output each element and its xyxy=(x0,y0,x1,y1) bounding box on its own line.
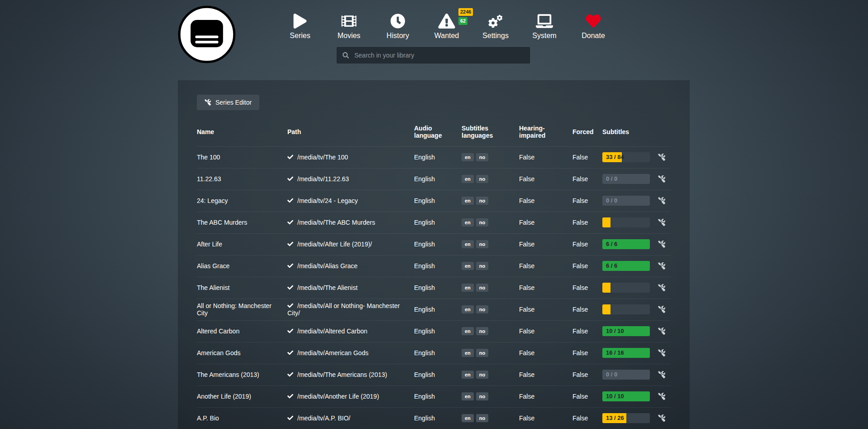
language-badge: no xyxy=(476,262,488,270)
forced-value: False xyxy=(572,168,602,190)
edit-series-button[interactable] xyxy=(657,174,666,183)
table-row: A.P. Bio/media/tv/A.P. BIO/EnglishennoFa… xyxy=(197,407,671,429)
edit-series-button[interactable] xyxy=(657,283,666,292)
subtitles-progress xyxy=(602,217,650,227)
language-badge: en xyxy=(462,349,474,357)
column-header-name: Name xyxy=(197,120,287,146)
edit-series-button[interactable] xyxy=(657,240,666,249)
audio-language: English xyxy=(414,299,462,320)
check-icon xyxy=(287,371,293,377)
edit-series-button[interactable] xyxy=(657,305,666,314)
wanted-series-count-badge: 2246 xyxy=(458,8,473,16)
table-header-row: Name Path Audio language Subtitles langu… xyxy=(197,120,671,146)
search-icon xyxy=(343,52,349,58)
column-header-audio: Audio language xyxy=(414,120,462,146)
wrench-icon xyxy=(658,219,665,226)
series-path: /media/tv/Altered Carbon xyxy=(287,320,414,342)
edit-series-button[interactable] xyxy=(657,327,666,336)
series-path: /media/tv/American Gods xyxy=(287,342,414,364)
check-icon xyxy=(287,263,293,269)
nav-label: Donate xyxy=(582,32,605,40)
warning-triangle-icon xyxy=(438,14,455,29)
series-path: /media/tv/After Life (2019)/ xyxy=(287,233,414,255)
forced-value: False xyxy=(572,364,602,386)
audio-language: English xyxy=(414,320,462,342)
hearing-impaired-value: False xyxy=(519,342,572,364)
wanted-movies-count-badge: 62 xyxy=(458,17,467,25)
check-icon xyxy=(287,350,293,356)
library-search-bar xyxy=(337,47,530,63)
laptop-icon xyxy=(536,14,553,29)
series-editor-panel: Series Editor Name Path Audio language S… xyxy=(178,80,690,429)
search-input[interactable] xyxy=(353,51,524,59)
nav-item-settings[interactable]: Settings xyxy=(471,14,520,40)
series-path: /media/tv/The Alienist xyxy=(287,277,414,299)
subtitles-languages: enno xyxy=(462,190,519,212)
language-badge: no xyxy=(476,284,488,292)
language-badge: en xyxy=(462,327,474,335)
table-row: After Life/media/tv/After Life (2019)/En… xyxy=(197,233,671,255)
series-path: /media/tv/Alias Grace xyxy=(287,255,414,277)
series-editor-button[interactable]: Series Editor xyxy=(197,95,259,110)
language-badge: en xyxy=(462,414,474,422)
nav-item-wanted[interactable]: 2246 62 Wanted xyxy=(422,14,471,40)
subtitles-progress: 6 / 6 xyxy=(602,261,650,271)
edit-series-button[interactable] xyxy=(657,392,666,401)
check-icon xyxy=(287,241,293,247)
bazarr-logo-icon xyxy=(178,5,236,63)
subtitles-progress-label: 33 / 84 xyxy=(606,152,624,162)
table-row: 24: Legacy/media/tv/24 - LegacyEnglishen… xyxy=(197,190,671,212)
wrench-icon xyxy=(658,284,665,291)
hearing-impaired-value: False xyxy=(519,233,572,255)
series-editor-label: Series Editor xyxy=(215,99,252,106)
wrench-icon xyxy=(658,349,665,357)
series-table-body: The 100/media/tv/The 100EnglishennoFalse… xyxy=(197,146,671,429)
language-badge: en xyxy=(462,153,474,161)
subtitles-languages: enno xyxy=(462,299,519,320)
nav-item-series[interactable]: Series xyxy=(276,14,324,40)
forced-value: False xyxy=(572,299,602,320)
table-row: Alias Grace/media/tv/Alias GraceEnglishe… xyxy=(197,255,671,277)
edit-series-button[interactable] xyxy=(657,370,666,379)
hearing-impaired-value: False xyxy=(519,386,572,407)
subtitles-languages: enno xyxy=(462,407,519,429)
edit-series-button[interactable] xyxy=(657,348,666,357)
column-header-hi: Hearing-impaired xyxy=(519,120,572,146)
audio-language: English xyxy=(414,407,462,429)
edit-series-button[interactable] xyxy=(657,196,666,205)
subtitles-progress-label: 6 / 6 xyxy=(606,239,617,249)
wrench-icon xyxy=(658,415,665,422)
nav-item-donate[interactable]: Donate xyxy=(569,14,618,40)
hearing-impaired-value: False xyxy=(519,190,572,212)
language-badge: no xyxy=(476,392,488,400)
wrench-icon xyxy=(658,393,665,400)
hearing-impaired-value: False xyxy=(519,146,572,168)
edit-series-button[interactable] xyxy=(657,153,666,162)
forced-value: False xyxy=(572,386,602,407)
wanted-badges: 2246 62 xyxy=(458,8,473,25)
edit-series-button[interactable] xyxy=(657,218,666,227)
audio-language: English xyxy=(414,212,462,233)
language-badge: en xyxy=(462,175,474,183)
series-path: /media/tv/All or Nothing- Manchester Cit… xyxy=(287,299,414,320)
series-name: Another Life (2019) xyxy=(197,386,287,407)
nav-item-history[interactable]: History xyxy=(373,14,422,40)
series-path: /media/tv/The ABC Murders xyxy=(287,212,414,233)
hearing-impaired-value: False xyxy=(519,277,572,299)
subtitles-progress: 13 / 26 xyxy=(602,413,650,423)
language-badge: no xyxy=(476,305,488,313)
nav-item-system[interactable]: System xyxy=(520,14,569,40)
subtitles-languages: enno xyxy=(462,386,519,407)
series-path: /media/tv/24 - Legacy xyxy=(287,190,414,212)
subtitles-languages: enno xyxy=(462,342,519,364)
bazarr-logo[interactable] xyxy=(178,5,236,63)
subtitles-progress: 16 / 16 xyxy=(602,348,650,358)
edit-series-button[interactable] xyxy=(657,414,666,423)
nav-item-movies[interactable]: Movies xyxy=(324,14,373,40)
edit-series-button[interactable] xyxy=(657,261,666,270)
language-badge: no xyxy=(476,218,488,227)
hearing-impaired-value: False xyxy=(519,168,572,190)
hearing-impaired-value: False xyxy=(519,364,572,386)
table-row: The 100/media/tv/The 100EnglishennoFalse… xyxy=(197,146,671,168)
subtitles-languages: enno xyxy=(462,364,519,386)
